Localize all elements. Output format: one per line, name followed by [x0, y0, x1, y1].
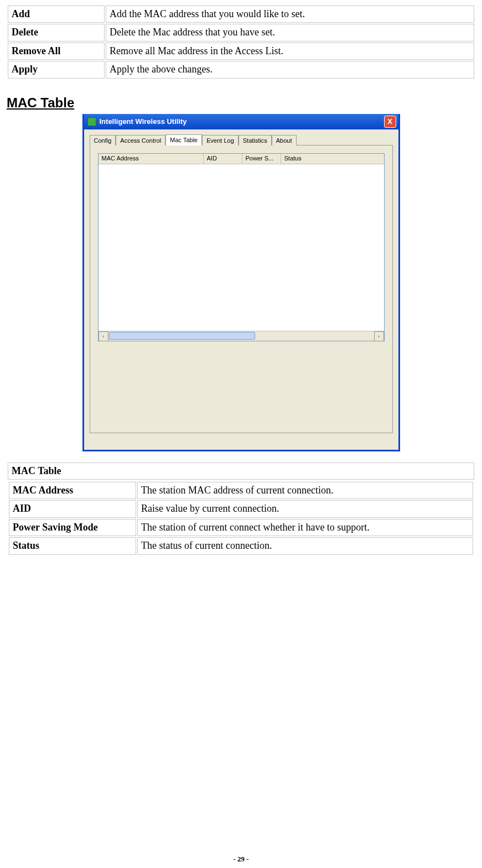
horizontal-scrollbar[interactable]: ‹ › [99, 331, 384, 341]
info-psm-desc: The station of current connect whether i… [137, 519, 473, 536]
window-client-area: Config Access Control Mac Table Event Lo… [84, 129, 398, 450]
scroll-track[interactable] [108, 331, 374, 341]
mac-table-info-rows: MAC Address The station MAC address of c… [8, 481, 474, 556]
info-aid-desc: Raise value by current connection. [137, 500, 473, 517]
info-aid-label: AID [9, 500, 136, 517]
app-icon [87, 117, 96, 126]
tab-statistics[interactable]: Statistics [239, 135, 272, 145]
mac-table-info: MAC Table MAC Address The station MAC ad… [7, 461, 475, 562]
tab-mac-table[interactable]: Mac Table [165, 134, 202, 145]
access-control-actions-table: Add Add the MAC address that you would l… [7, 4, 475, 80]
tab-event-log[interactable]: Event Log [202, 135, 239, 145]
action-removeall-label: Remove All [8, 43, 105, 60]
info-mac-desc: The station MAC address of current conne… [137, 482, 473, 499]
info-status-label: Status [9, 537, 136, 554]
listview-body-empty [99, 164, 384, 330]
screenshot-container: Intelligent Wireless Utility X Config Ac… [7, 114, 475, 451]
action-removeall-desc: Remove all Mac address in the Access Lis… [106, 43, 474, 60]
window-title: Intelligent Wireless Utility [100, 117, 187, 126]
tab-panel: MAC Address AID Power S... Status ‹ › [90, 145, 393, 433]
action-apply-label: Apply [8, 61, 105, 78]
close-button[interactable]: X [384, 116, 396, 128]
tab-access-control[interactable]: Access Control [116, 135, 165, 145]
info-header: MAC Table [8, 462, 474, 480]
action-add-desc: Add the MAC address that you would like … [106, 6, 474, 23]
info-status-desc: The status of current connection. [137, 537, 473, 554]
window-titlebar: Intelligent Wireless Utility X [84, 114, 398, 129]
listview-header-row: MAC Address AID Power S... Status [99, 154, 384, 164]
col-status[interactable]: Status [281, 154, 384, 164]
scroll-right-button[interactable]: › [374, 331, 384, 341]
info-psm-label: Power Saving Mode [9, 519, 136, 536]
action-delete-label: Delete [8, 24, 105, 41]
close-icon: X [387, 117, 392, 126]
tab-strip: Config Access Control Mac Table Event Lo… [90, 134, 393, 145]
scroll-left-button[interactable]: ‹ [99, 331, 108, 341]
section-heading-mac-table: MAC Table [7, 95, 475, 111]
action-apply-desc: Apply the above changes. [106, 61, 474, 78]
scroll-thumb[interactable] [109, 332, 255, 340]
tab-about[interactable]: About [272, 135, 297, 145]
col-mac-address[interactable]: MAC Address [99, 154, 204, 164]
action-delete-desc: Delete the Mac address that you have set… [106, 24, 474, 41]
info-mac-label: MAC Address [9, 482, 136, 499]
utility-window: Intelligent Wireless Utility X Config Ac… [82, 114, 400, 451]
col-aid[interactable]: AID [204, 154, 242, 164]
tab-config[interactable]: Config [90, 135, 116, 145]
action-add-label: Add [8, 6, 105, 23]
mac-listview[interactable]: MAC Address AID Power S... Status ‹ › [98, 153, 385, 341]
col-power-saving[interactable]: Power S... [242, 154, 281, 164]
